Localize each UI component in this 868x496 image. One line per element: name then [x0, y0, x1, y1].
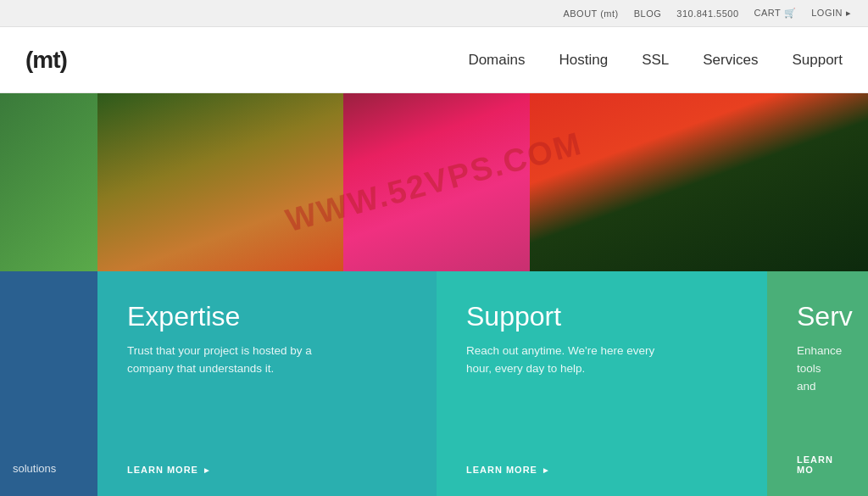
cart-icon: 🛒: [784, 8, 797, 18]
main-nav: (mt) Domains Hosting SSL Services Suppor…: [0, 27, 868, 93]
nav-item-hosting[interactable]: Hosting: [559, 52, 608, 69]
hero-segment-dark: [530, 93, 868, 271]
nav-link-domains[interactable]: Domains: [468, 52, 525, 68]
cart-link[interactable]: CART 🛒: [754, 8, 797, 19]
card-solutions: solutions: [0, 271, 97, 496]
hero-segment-olive: [97, 93, 343, 271]
login-link[interactable]: LOGIN ▸: [811, 8, 851, 19]
support-learn-more-label: LEARN MORE: [466, 465, 537, 475]
solutions-label: solutions: [13, 462, 85, 475]
expertise-learn-more-label: LEARN MORE: [127, 465, 198, 475]
cards-section: solutions Expertise Trust that your proj…: [0, 271, 868, 496]
learn-more-arrow-icon: ►: [203, 465, 212, 475]
nav-link-services[interactable]: Services: [703, 52, 758, 68]
logo[interactable]: (mt): [25, 47, 67, 74]
login-arrow-icon: ▸: [846, 8, 852, 18]
expertise-title: Expertise: [127, 301, 407, 332]
nav-link-ssl[interactable]: SSL: [642, 52, 669, 68]
about-link[interactable]: ABOUT (mt): [563, 8, 618, 19]
nav-link-support[interactable]: Support: [792, 52, 843, 68]
support-title: Support: [466, 301, 737, 332]
nav-item-ssl[interactable]: SSL: [642, 52, 669, 69]
expertise-desc: Trust that your project is hosted by a c…: [127, 343, 331, 378]
card-support: Support Reach out anytime. We're here ev…: [437, 271, 767, 496]
services-learn-more-label: LEARN MO: [797, 454, 838, 475]
support-learn-more-arrow-icon: ►: [542, 465, 551, 475]
nav-item-support[interactable]: Support: [792, 52, 843, 69]
services-learn-more[interactable]: LEARN MO: [797, 454, 838, 475]
support-learn-more[interactable]: LEARN MORE ►: [466, 465, 737, 475]
phone-number: 310.841.5500: [676, 8, 738, 19]
expertise-learn-more[interactable]: LEARN MORE ►: [127, 465, 407, 475]
login-label: LOGIN: [811, 8, 843, 18]
support-desc: Reach out anytime. We're here every hour…: [466, 343, 670, 378]
blog-link[interactable]: BLOG: [634, 8, 662, 19]
card-expertise: Expertise Trust that your project is hos…: [97, 271, 437, 496]
nav-link-hosting[interactable]: Hosting: [559, 52, 608, 68]
nav-item-domains[interactable]: Domains: [468, 52, 525, 69]
nav-item-services[interactable]: Services: [703, 52, 758, 69]
hero-segment-green: [0, 93, 97, 271]
services-desc: Enhance tools and: [797, 343, 838, 396]
services-title: Serv: [797, 301, 838, 332]
card-services: Serv Enhance tools and LEARN MO: [767, 271, 868, 496]
hero-section: WWW.52VPS.COM: [0, 93, 868, 271]
nav-links: Domains Hosting SSL Services Support: [468, 52, 843, 69]
cart-label: CART: [754, 8, 782, 18]
utility-bar: ABOUT (mt) BLOG 310.841.5500 CART 🛒 LOGI…: [0, 0, 868, 27]
